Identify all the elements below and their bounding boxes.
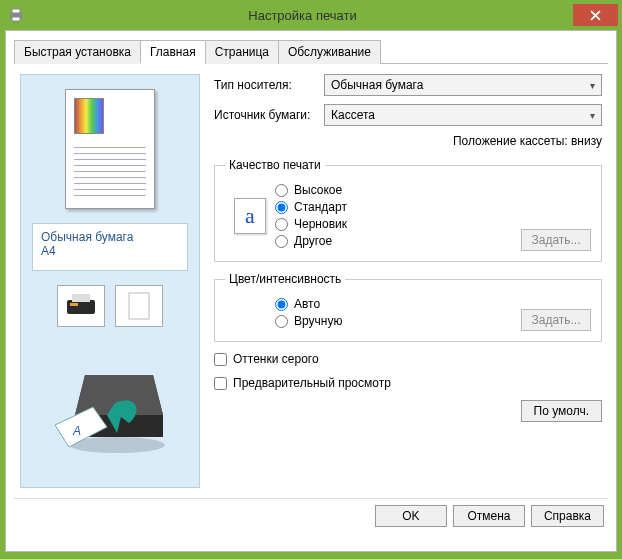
svg-rect-1 [12, 9, 20, 13]
media-type-row: Тип носителя: Обычная бумага ▾ [214, 74, 602, 96]
quality-other-input[interactable] [275, 235, 288, 248]
media-info-box: Обычная бумага A4 [32, 223, 188, 271]
svg-rect-4 [72, 294, 90, 302]
option-thumbnails [57, 285, 163, 327]
quality-high-radio[interactable]: Высокое [275, 183, 591, 197]
printer-illustration: A [45, 355, 175, 458]
grayscale-checkbox[interactable]: Оттенки серого [214, 352, 602, 366]
chevron-down-icon: ▾ [590, 80, 595, 91]
color-auto-input[interactable] [275, 298, 288, 311]
svg-rect-2 [12, 17, 20, 21]
quality-standard-radio[interactable]: Стандарт [275, 200, 591, 214]
color-manual-label: Вручную [294, 314, 342, 328]
print-quality-legend: Качество печати [225, 158, 325, 172]
tab-quick-setup[interactable]: Быстрая установка [14, 40, 141, 64]
close-button[interactable] [573, 4, 618, 26]
title-bar: Настройка печати [0, 0, 622, 30]
dialog-footer: OK Отмена Справка [14, 498, 608, 527]
paper-source-select[interactable]: Кассета ▾ [324, 104, 602, 126]
color-set-button: Задать... [521, 309, 591, 331]
help-button[interactable]: Справка [531, 505, 604, 527]
paper-source-label: Источник бумаги: [214, 108, 324, 122]
media-type-text: Обычная бумага [41, 230, 179, 244]
letter-a-icon: a [234, 198, 266, 234]
quality-high-label: Высокое [294, 183, 342, 197]
svg-rect-3 [67, 300, 95, 314]
page-small-icon [128, 292, 150, 320]
tab-page[interactable]: Страница [205, 40, 279, 64]
paper-source-row: Источник бумаги: Кассета ▾ [214, 104, 602, 126]
printer-small-icon [64, 292, 98, 320]
quality-high-input[interactable] [275, 184, 288, 197]
color-intensity-legend: Цвет/интенсивность [225, 272, 345, 286]
svg-rect-6 [129, 293, 149, 319]
quality-icon-wrap: a [225, 180, 275, 251]
defaults-button[interactable]: По умолч. [521, 400, 602, 422]
ok-button[interactable]: OK [375, 505, 447, 527]
printer-icon [8, 7, 24, 23]
color-manual-input[interactable] [275, 315, 288, 328]
quality-other-label: Другое [294, 234, 332, 248]
grayscale-label: Оттенки серого [233, 352, 319, 366]
tab-service[interactable]: Обслуживание [278, 40, 381, 64]
close-icon [590, 10, 601, 21]
media-type-label: Тип носителя: [214, 78, 324, 92]
quality-set-button: Задать... [521, 229, 591, 251]
page-thumb[interactable] [115, 285, 163, 327]
cassette-position-note: Положение кассеты: внизу [214, 134, 602, 148]
quality-standard-label: Стандарт [294, 200, 347, 214]
tab-main[interactable]: Главная [140, 40, 206, 64]
preview-input[interactable] [214, 377, 227, 390]
color-auto-label: Авто [294, 297, 320, 311]
svg-rect-5 [70, 303, 78, 306]
color-swatch-icon [74, 98, 104, 134]
quality-draft-input[interactable] [275, 218, 288, 231]
text-lines-icon [74, 142, 146, 201]
preview-pane: Обычная бумага A4 [20, 74, 200, 488]
window-title: Настройка печати [32, 8, 573, 23]
media-type-value: Обычная бумага [331, 78, 423, 92]
paper-source-value: Кассета [331, 108, 375, 122]
chevron-down-icon: ▾ [590, 110, 595, 121]
quality-standard-input[interactable] [275, 201, 288, 214]
settings-pane: Тип носителя: Обычная бумага ▾ Источник … [200, 74, 602, 488]
cancel-button[interactable]: Отмена [453, 505, 525, 527]
tab-strip: Быстрая установка Главная Страница Обслу… [14, 39, 608, 64]
page-preview [65, 89, 155, 209]
media-type-select[interactable]: Обычная бумага ▾ [324, 74, 602, 96]
printer-thumb[interactable] [57, 285, 105, 327]
media-size-text: A4 [41, 244, 179, 258]
color-intensity-group: Цвет/интенсивность Авто Вручную [214, 272, 602, 342]
preview-checkbox[interactable]: Предварительный просмотр [214, 376, 602, 390]
grayscale-input[interactable] [214, 353, 227, 366]
tab-content: Обычная бумага A4 [14, 64, 608, 494]
quality-draft-label: Черновик [294, 217, 347, 231]
print-quality-group: Качество печати a Высокое Стандарт [214, 158, 602, 262]
preview-label: Предварительный просмотр [233, 376, 391, 390]
svg-text:A: A [72, 424, 81, 438]
dialog-body: Быстрая установка Главная Страница Обслу… [5, 30, 617, 552]
